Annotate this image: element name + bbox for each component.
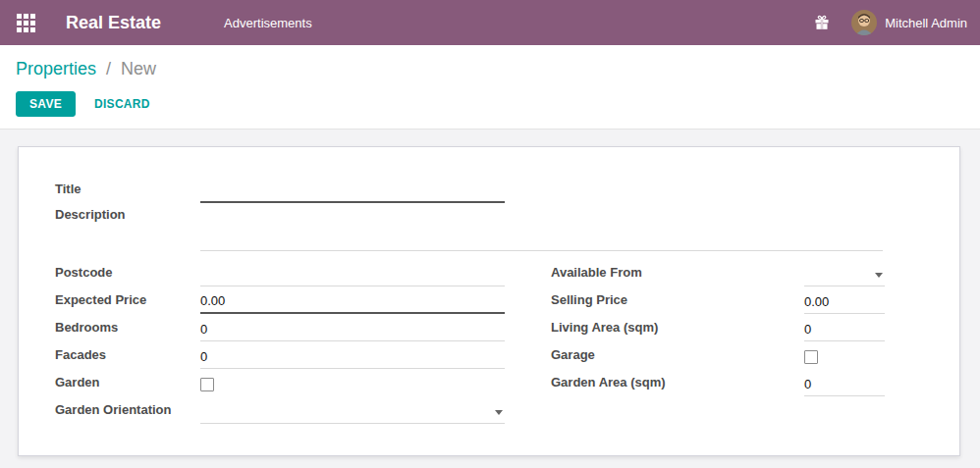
form-left-group: Postcode Expected Price Bedrooms bbox=[55, 259, 505, 424]
app-title[interactable]: Real Estate bbox=[66, 13, 161, 33]
form-row-living-area: Living Area (sqm) bbox=[551, 314, 885, 341]
form-row-bedrooms: Bedrooms bbox=[55, 314, 505, 341]
garden-label: Garden bbox=[55, 375, 200, 396]
form-row-garden: Garden bbox=[55, 369, 505, 396]
available-from-label: Available From bbox=[551, 265, 804, 286]
available-from-input[interactable] bbox=[804, 267, 885, 286]
breadcrumb-separator: / bbox=[106, 59, 111, 78]
form-row-garden-orientation: Garden Orientation bbox=[55, 396, 505, 424]
property-form-sheet: Title Description Postcode Exp bbox=[18, 146, 960, 456]
bedrooms-input[interactable] bbox=[200, 322, 505, 340]
top-navbar: Real Estate Advertisements Mitchell Admi… bbox=[0, 0, 980, 45]
facades-label: Facades bbox=[55, 347, 200, 369]
save-button[interactable]: SAVE bbox=[16, 91, 76, 117]
breadcrumb: Properties / New bbox=[16, 58, 964, 79]
breadcrumb-current: New bbox=[121, 59, 156, 78]
form-row-available-from: Available From bbox=[551, 259, 885, 286]
discard-button[interactable]: DISCARD bbox=[92, 92, 152, 116]
title-label: Title bbox=[55, 182, 200, 203]
description-input[interactable] bbox=[200, 203, 883, 250]
postcode-label: Postcode bbox=[55, 265, 200, 286]
form-row-facades: Facades bbox=[55, 341, 505, 369]
form-row-expected-price: Expected Price bbox=[55, 286, 505, 314]
postcode-input[interactable] bbox=[200, 267, 505, 286]
living-area-label: Living Area (sqm) bbox=[551, 320, 804, 341]
expected-price-label: Expected Price bbox=[55, 292, 200, 314]
form-row-selling-price: Selling Price bbox=[551, 286, 885, 314]
form-row-title: Title bbox=[55, 177, 883, 203]
garden-area-label: Garden Area (sqm) bbox=[551, 375, 804, 396]
control-panel: Properties / New SAVE DISCARD bbox=[0, 45, 980, 130]
expected-price-input[interactable] bbox=[200, 293, 505, 312]
description-label: Description bbox=[55, 203, 200, 251]
garden-area-input[interactable] bbox=[804, 377, 885, 395]
selling-price-label: Selling Price bbox=[551, 292, 804, 314]
facades-input[interactable] bbox=[200, 349, 505, 368]
garden-orientation-input[interactable] bbox=[200, 404, 505, 423]
form-row-description: Description bbox=[55, 203, 883, 251]
user-name[interactable]: Mitchell Admin bbox=[885, 16, 967, 30]
garden-orientation-caret-icon[interactable] bbox=[495, 410, 503, 415]
form-row-postcode: Postcode bbox=[55, 259, 505, 286]
form-right-group: Available From Selling Price Living Area… bbox=[551, 259, 885, 424]
garden-orientation-label: Garden Orientation bbox=[55, 402, 200, 424]
menu-advertisements[interactable]: Advertisements bbox=[224, 16, 312, 30]
garage-label: Garage bbox=[551, 347, 804, 369]
content-area: Title Description Postcode Exp bbox=[0, 130, 980, 468]
apps-menu-icon[interactable] bbox=[16, 13, 35, 32]
selling-price-input[interactable] bbox=[804, 294, 885, 313]
garden-checkbox[interactable] bbox=[200, 378, 214, 391]
breadcrumb-properties[interactable]: Properties bbox=[16, 59, 96, 78]
available-from-caret-icon[interactable] bbox=[875, 273, 883, 278]
gift-icon[interactable] bbox=[814, 15, 830, 30]
bedrooms-label: Bedrooms bbox=[55, 320, 200, 341]
form-row-garden-area: Garden Area (sqm) bbox=[551, 369, 885, 396]
form-row-garage: Garage bbox=[551, 341, 885, 369]
user-avatar[interactable] bbox=[851, 10, 877, 35]
grid-icon bbox=[17, 14, 35, 32]
living-area-input[interactable] bbox=[804, 322, 885, 340]
garage-checkbox[interactable] bbox=[804, 350, 818, 364]
title-input[interactable] bbox=[200, 182, 505, 201]
